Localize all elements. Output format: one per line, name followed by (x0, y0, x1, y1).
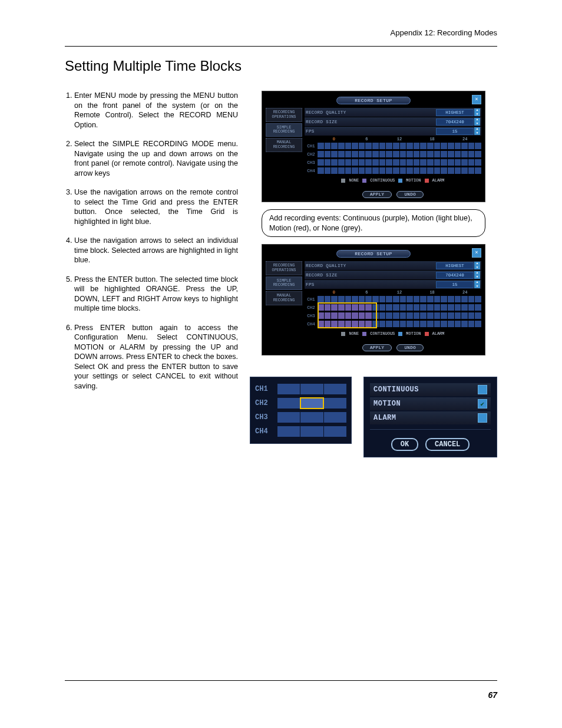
channel-label: CH3 (305, 314, 318, 318)
grid-row: CH4 (305, 167, 481, 174)
step-4: Use the navigation arrows to select an i… (74, 236, 238, 265)
quality-spinner[interactable]: ▲▼ (474, 262, 480, 269)
grid-cells[interactable] (318, 167, 481, 174)
time-axis: 06121824 (305, 289, 481, 295)
grid-cells[interactable] (318, 151, 481, 157)
legend-continuous-swatch (362, 332, 366, 336)
channel-label: CH3 (305, 160, 318, 165)
legend-continuous-swatch (362, 179, 366, 183)
fps-spinner[interactable]: ▲▼ (474, 127, 480, 135)
undo-button[interactable]: UNDO (396, 344, 424, 351)
legend-alarm-swatch (425, 179, 429, 183)
grid-row: CH1 (305, 142, 481, 150)
cancel-button[interactable]: CANCEL (425, 438, 470, 451)
grid-row: CH1 (305, 295, 481, 303)
checkbox-icon[interactable] (478, 413, 487, 423)
channel-cells[interactable] (277, 412, 346, 423)
channel-label: CH1 (305, 144, 318, 149)
apply-button[interactable]: APPLY (362, 191, 392, 198)
legend-alarm-swatch (425, 332, 429, 336)
step-3: Use the navigation arrows on the remote … (74, 187, 238, 226)
channel-label: CH2 (305, 305, 318, 310)
step-5: Press the ENTER button. The selected tim… (74, 275, 238, 314)
close-icon[interactable]: × (472, 95, 481, 104)
tab-simple-recording[interactable]: SIMPLE RECORDING (266, 123, 302, 137)
grid-cells[interactable] (318, 321, 481, 327)
step-6: Press ENTER button again to access the C… (74, 323, 238, 391)
grid-cells[interactable] (318, 159, 481, 166)
tab-recording-operations[interactable]: RECORDING OPERATIONS (266, 261, 302, 275)
legend-none-swatch (341, 179, 345, 183)
time-axis: 06121824 (305, 136, 481, 142)
grid-row: CH3 (305, 312, 481, 319)
record-size-value[interactable]: 704X240 (436, 272, 474, 279)
tab-manual-recording[interactable]: MANUAL RECORDING (266, 138, 302, 152)
channel-label: CH3 (255, 413, 277, 421)
option-alarm[interactable]: ALARM (370, 411, 491, 424)
channel-row: CH3 (255, 410, 346, 424)
record-quality-value[interactable]: HIGHEST (436, 262, 474, 269)
channel-row: CH1 (255, 382, 346, 396)
undo-button[interactable]: UNDO (396, 191, 424, 198)
checkbox-icon[interactable] (478, 385, 487, 394)
panel-title: RECORD SETUP (336, 97, 411, 104)
grid-cells[interactable] (318, 143, 481, 149)
divider-top (65, 46, 497, 47)
size-spinner[interactable]: ▲▼ (474, 118, 480, 126)
option-continuous[interactable]: CONTINUOUS (370, 383, 491, 396)
legend-motion-swatch (398, 179, 402, 183)
fps-label: FPS (306, 282, 436, 287)
record-size-value[interactable]: 704X240 (436, 118, 474, 126)
page-title: Setting Multiple Time Blocks (65, 58, 497, 74)
channel-grid-panel: CH1CH2CH3CH4 (250, 377, 352, 444)
channel-cells[interactable] (277, 426, 346, 437)
channel-label: CH4 (305, 322, 318, 327)
panel-title: RECORD SETUP (336, 250, 411, 258)
channel-label: CH4 (305, 169, 318, 173)
channel-cells[interactable] (277, 384, 346, 394)
fps-value[interactable]: 15 (436, 281, 474, 288)
fps-spinner[interactable]: ▲▼ (474, 281, 480, 288)
page-number: 67 (488, 690, 497, 700)
record-quality-label: RECORD QUALITY (306, 263, 436, 268)
close-icon[interactable]: × (472, 248, 481, 258)
ok-button[interactable]: OK (391, 438, 418, 451)
instructions-list: Enter MENU mode by pressing the MENU but… (65, 91, 238, 391)
tab-recording-operations[interactable]: RECORDING OPERATIONS (266, 108, 302, 122)
legend: NONE CONTINUOUS MOTION ALARM (305, 178, 481, 183)
fps-label: FPS (306, 129, 436, 134)
legend-none-swatch (341, 332, 345, 336)
record-size-label: RECORD SIZE (306, 120, 436, 124)
record-size-label: RECORD SIZE (306, 273, 436, 278)
callout-note: Add recording events: Continuous (purple… (262, 209, 485, 237)
size-spinner[interactable]: ▲▼ (474, 271, 480, 279)
record-quality-value[interactable]: HIGHEST (436, 109, 474, 116)
apply-button[interactable]: APPLY (362, 344, 392, 351)
tab-manual-recording[interactable]: MANUAL RECORDING (266, 291, 302, 305)
tab-simple-recording[interactable]: SIMPLE RECORDING (266, 276, 302, 291)
grid-cells[interactable] (318, 304, 481, 311)
checkbox-checked-icon[interactable]: ✔ (478, 399, 487, 409)
channel-row: CH4 (255, 424, 346, 439)
grid-cells[interactable] (318, 312, 481, 319)
header-appendix: Appendix 12: Recording Modes (391, 28, 497, 37)
channel-label: CH4 (255, 427, 277, 436)
divider-bottom (65, 680, 497, 681)
grid-row: CH2 (305, 150, 481, 158)
quality-spinner[interactable]: ▲▼ (474, 108, 480, 116)
legend-motion-swatch (398, 332, 402, 336)
channel-row: CH2 (255, 396, 346, 410)
step-2: Select the SIMPLE RECORDING MODE menu. N… (74, 139, 238, 178)
option-motion[interactable]: MOTION✔ (370, 397, 491, 410)
channel-label: CH1 (255, 385, 277, 393)
record-setup-panel-1: RECORD SETUP × RECORDING OPERATIONS SIMP… (262, 91, 485, 202)
grid-cells[interactable] (318, 296, 481, 302)
channel-label: CH2 (255, 399, 277, 407)
grid-row: CH4 (305, 320, 481, 328)
record-setup-panel-2: RECORD SETUP × RECORDING OPERATIONS SIMP… (262, 244, 485, 355)
record-quality-label: RECORD QUALITY (306, 110, 436, 115)
grid-row: CH2 (305, 304, 481, 311)
fps-value[interactable]: 15 (436, 128, 474, 135)
step-1: Enter MENU mode by pressing the MENU but… (74, 91, 238, 130)
channel-cells[interactable] (277, 398, 346, 409)
